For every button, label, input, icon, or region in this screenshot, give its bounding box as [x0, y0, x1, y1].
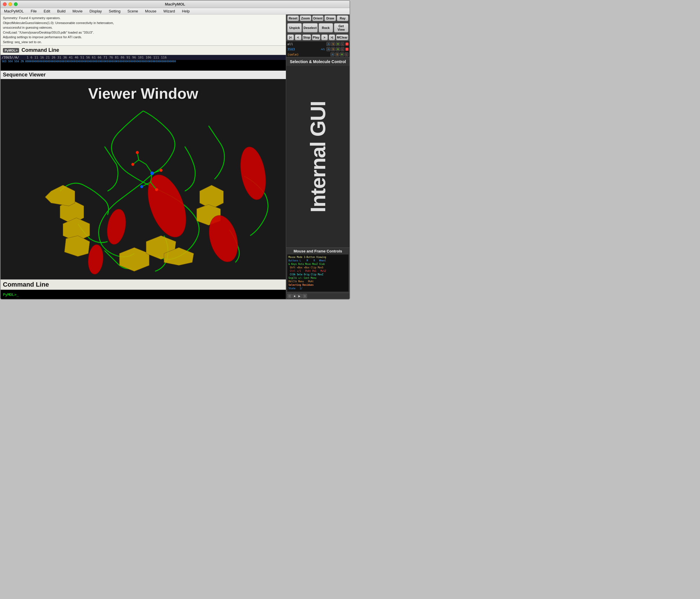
mouse-line-7: SngClk +/− Cent Menu: [289, 277, 347, 280]
svg-point-24: [159, 169, 162, 172]
mol-all-l[interactable]: L: [341, 42, 344, 46]
mouse-line-8: DblClk Menu PkAt: [289, 280, 347, 283]
menu-display[interactable]: Display: [88, 9, 103, 14]
unpick-button[interactable]: Unpick: [287, 23, 302, 32]
menu-build[interactable]: Build: [56, 9, 67, 14]
sequence-viewer-label: Sequence Viewer: [1, 71, 286, 79]
selecting-status: Selecting Residues: [289, 283, 347, 287]
stop-button[interactable]: Stop: [302, 34, 311, 40]
sequence-header: /3SU3//A/ 1 6 11 16 21 26 31 36 41 46 51…: [1, 55, 286, 60]
mol-sele-l[interactable]: L: [345, 52, 348, 56]
mol-3su3-a[interactable]: A: [326, 47, 330, 51]
mol-3su3-l[interactable]: L: [341, 47, 344, 51]
mol-3su3-name: 3SU3: [287, 48, 320, 51]
menu-movie[interactable]: Movie: [71, 9, 84, 14]
frame-icon-back[interactable]: ⟨⟨: [287, 294, 292, 298]
play-button[interactable]: Play: [312, 34, 320, 40]
internal-gui-label: Internal GUI: [307, 101, 328, 212]
menu-setting[interactable]: Setting: [108, 9, 122, 14]
button-row-2: Unpick Deselect Rock Get View: [286, 22, 350, 33]
rock-button[interactable]: Rock: [319, 23, 333, 32]
svg-point-23: [140, 185, 143, 188]
frame-icon-play[interactable]: ▶: [297, 294, 302, 298]
menu-file[interactable]: File: [29, 9, 38, 14]
bottom-cursor: _: [17, 292, 19, 297]
console-line-1: Symmetry: Found 4 symmetry operators.: [3, 16, 283, 21]
button-row-1: Reset Zoom Orient Draw Ray: [286, 15, 350, 22]
console-line-6: Setting: seq_view set to on.: [3, 40, 283, 45]
mouse-line-4: Shft +Box +Box Clip MovS: [289, 266, 347, 269]
mol-3su3-h[interactable]: H: [336, 47, 340, 51]
state-label: State 1/: [289, 287, 347, 290]
window-controls[interactable]: [3, 2, 18, 6]
selection-control-title: Selection & Molecule Control: [286, 57, 350, 66]
sequence-area: /3SU3//A/ 1 6 11 16 21 26 31 36 41 46 51…: [1, 55, 286, 71]
mouse-line-3: & Keys Rota Move MovZ Slab: [289, 263, 347, 266]
bottom-prompt: PyMOL>: [3, 292, 17, 297]
frame-first-button[interactable]: |<: [287, 34, 294, 40]
titlebar: MacPyMOL: [1, 1, 350, 8]
chain-label: /3SU3//A/: [2, 56, 19, 59]
mol-item-all[interactable]: all A S H L: [286, 42, 350, 47]
mouse-line-6: CtSh Sele Orig Clip MovZ: [289, 273, 347, 277]
frame-next-button[interactable]: >: [321, 34, 328, 40]
menu-mouse[interactable]: Mouse: [144, 9, 157, 14]
svg-line-19: [139, 160, 146, 164]
molecule-list: all A S H L 3SU3 A/1 A S H L (se: [286, 42, 350, 57]
get-view-button[interactable]: Get View: [334, 23, 348, 32]
bottom-command-label: Command Line: [1, 280, 286, 290]
mclear-button[interactable]: MClear: [336, 34, 348, 40]
mouse-line-5: Ctrl +/1 PkAt Pk1 MvSZ: [289, 269, 347, 273]
frame-controls-bottom: ⟨⟨ ■ ▶ ⟩⟩: [286, 293, 350, 299]
svg-point-22: [150, 172, 154, 175]
mol-all-name: all: [287, 42, 326, 46]
mouse-controls: Mouse and Frame Controls Mouse Mode 3-Bu…: [286, 248, 350, 293]
console-line-4: CmdLoad: "/Users/josaro/Desktop/3SU3.pdb…: [3, 30, 283, 35]
draw-button[interactable]: Draw: [324, 15, 336, 21]
minimize-button[interactable]: [8, 2, 12, 6]
mol-3su3-s[interactable]: S: [331, 47, 335, 51]
mol-sele-h[interactable]: H: [340, 52, 344, 56]
command-line-top: PyMOL> Command Line: [1, 46, 286, 55]
mouse-info: Mouse Mode 3-Button Viewing Buttons L M …: [287, 255, 348, 291]
bottom-prompt-area[interactable]: PyMOL> _: [1, 290, 286, 299]
mol-all-s[interactable]: S: [331, 42, 335, 46]
maximize-button[interactable]: [14, 2, 18, 6]
viewer-window[interactable]: Viewer Window: [1, 79, 286, 279]
deselect-button[interactable]: Deselect: [303, 23, 318, 32]
mouse-line-2: Buttons L M R Wheel: [289, 259, 347, 263]
window-title: MacPyMOL: [165, 2, 185, 6]
menu-scene[interactable]: Scene: [126, 9, 139, 14]
mol-all-a[interactable]: A: [326, 42, 330, 46]
console-line-3: unsuccessful in guessing valences.: [3, 25, 283, 30]
console-line-5: Adjusting settings to improve performanc…: [3, 35, 283, 40]
main-area: Symmetry: Found 4 symmetry operators. Ob…: [1, 15, 350, 299]
reset-button[interactable]: Reset: [287, 15, 299, 21]
sequence-numbers: 1 6 11 16 21 26 31 36 41 46 51 56 61 66 …: [27, 56, 167, 59]
menu-wizard[interactable]: Wizard: [162, 9, 176, 14]
mol-sele-s[interactable]: S: [335, 52, 339, 56]
frame-icon-fwd[interactable]: ⟩⟩: [302, 294, 307, 298]
orient-button[interactable]: Orient: [312, 15, 324, 21]
frame-prev-button[interactable]: <: [295, 34, 301, 40]
ray-button[interactable]: Ray: [337, 15, 348, 21]
zoom-button[interactable]: Zoom: [300, 15, 311, 21]
mol-sele-a[interactable]: A: [330, 52, 334, 56]
button-row-3: |< < Stop Play > >| MClear: [286, 33, 350, 42]
frame-icon-pause[interactable]: ■: [293, 294, 297, 298]
svg-point-25: [155, 188, 158, 191]
menu-edit[interactable]: Edit: [43, 9, 51, 14]
svg-marker-3: [45, 185, 75, 206]
residue-data: SU3 SO4 SO4 ZN 0000000000000000000000000…: [2, 60, 176, 63]
mol-all-h[interactable]: H: [336, 42, 340, 46]
mol-item-sele[interactable]: (sele) A S H L: [286, 52, 350, 57]
pymol-prompt-label: PyMOL>: [3, 48, 19, 53]
console-area: Symmetry: Found 4 symmetry operators. Ob…: [1, 15, 286, 46]
mol-item-3su3[interactable]: 3SU3 A/1 A S H L: [286, 47, 350, 52]
menu-macpymol[interactable]: MacPyMOL: [3, 9, 25, 14]
svg-marker-7: [200, 185, 223, 209]
menu-help[interactable]: Help: [181, 9, 191, 14]
protein-structure-svg: [1, 79, 286, 279]
frame-last-button[interactable]: >|: [329, 34, 335, 40]
close-button[interactable]: [3, 2, 7, 6]
